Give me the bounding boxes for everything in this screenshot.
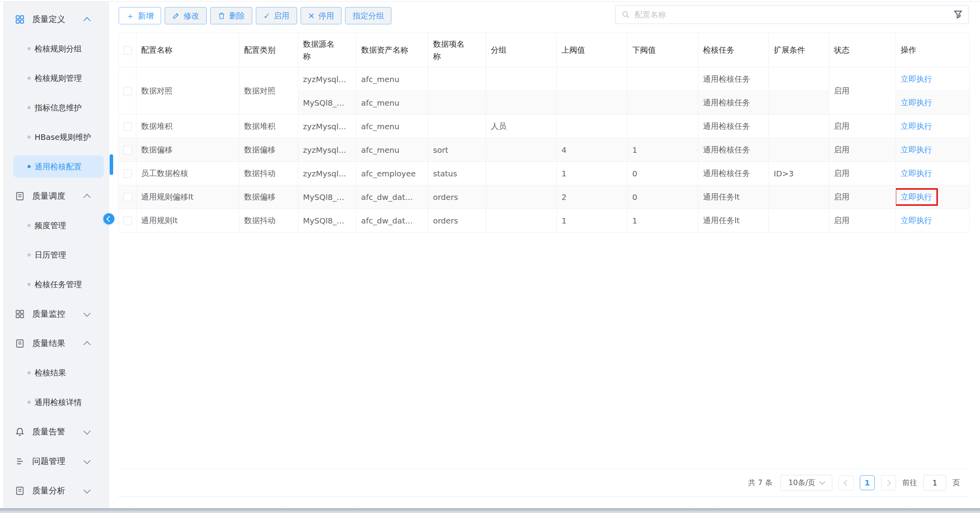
sidebar-item-indicator-maintenance[interactable]: 指标信息维护 [0,98,108,117]
sidebar: 质量定义 检核规则分组 检核规则管理 指标信息维护 HBase规则维护 通用检核… [0,2,109,508]
cell-datasource: zyzMysql... [298,162,356,185]
sidebar-item-general-check-config[interactable]: 通用检核配置 [0,157,108,176]
chevron-left-icon [106,216,113,222]
chevron-right-icon [885,480,891,486]
cell-lower [628,91,698,115]
cell-ext: ID>3 [769,162,829,185]
column-header: 数据资产名称 [356,33,428,68]
cell-config-type: 数据偏移 [239,138,298,162]
row-checkbox[interactable] [123,122,132,131]
sidebar-item-quality-scheduling[interactable]: 质量调度 [0,186,108,206]
column-header: 下阀值 [628,33,698,68]
goto-suffix-label: 页 [952,478,960,488]
cell-status: 启用 [829,162,896,185]
sidebar-item-quality-monitoring[interactable]: 质量监控 [0,304,108,324]
cell-upper [557,115,628,138]
bell-icon [15,427,25,437]
sidebar-item-rule-group[interactable]: 检核规则分组 [0,39,108,59]
pagination-bar: 共 7 条 10条/页 1 前往 页 [118,469,969,497]
chevron-up-icon [83,341,90,348]
search-input[interactable] [634,9,953,20]
close-icon: ✕ [308,12,315,20]
sidebar-item-label: 质量结果 [32,338,65,349]
cell-item: status [428,162,486,185]
sidebar-item-quality-alerts[interactable]: 质量告警 [0,422,108,442]
sidebar-item-label: 检核结果 [35,368,66,378]
column-header: 配置类别 [239,33,298,68]
cell-item: orders [428,185,486,209]
select-all-checkbox[interactable] [123,46,132,55]
column-header: 扩展条件 [769,33,829,68]
sidebar-item-calendar-management[interactable]: 日历管理 [0,245,108,265]
current-page-button[interactable]: 1 [860,475,875,490]
cell-lower: 0 [628,162,698,185]
sidebar-item-frequency-management[interactable]: 频度管理 [0,216,108,235]
disable-button[interactable]: ✕ 停用 [301,7,342,24]
sidebar-item-label: 指标信息维护 [35,103,82,113]
cell-config-name: 通用规则偏移lt [136,185,239,209]
next-page-button[interactable] [881,475,896,490]
trash-icon [218,12,226,20]
column-header: 检核任务 [698,33,769,68]
execute-now-link[interactable]: 立即执行 [901,121,932,131]
cell-task: 通用检核任务 [698,115,769,138]
edit-button[interactable]: 修改 [165,7,207,24]
bullet-dot-icon [28,224,31,227]
execute-now-link[interactable]: 立即执行 [901,192,932,202]
execute-now-link[interactable]: 立即执行 [901,145,932,154]
filter-funnel-icon[interactable] [953,9,963,20]
cell-config-name: 员工数据检核 [136,162,239,185]
execute-now-link[interactable]: 立即执行 [901,74,932,84]
delete-button[interactable]: 删除 [210,7,252,24]
column-header: 分组 [486,33,557,68]
execute-now-link[interactable]: 立即执行 [901,169,932,178]
goto-page-input[interactable] [923,475,946,491]
cell-asset: afc_dw_dat... [356,185,428,209]
row-checkbox[interactable] [123,193,132,202]
cell-upper [557,91,628,115]
chevron-down-icon [83,457,90,464]
cell-datasource: zyzMysql... [298,138,356,162]
sidebar-item-rule-management[interactable]: 检核规则管理 [0,68,108,88]
sidebar-item-hbase-rule[interactable]: HBase规则维护 [0,127,108,147]
page-size-select[interactable]: 10条/页 [780,475,832,491]
sidebar-item-quality-analysis[interactable]: 质量分析 [0,481,108,500]
execute-now-link[interactable]: 立即执行 [901,98,932,107]
cell-asset: afc_menu [356,91,428,115]
chevron-down-icon [83,310,90,317]
row-checkbox[interactable] [123,216,132,225]
sidebar-item-check-task-management[interactable]: 检核任务管理 [0,275,108,294]
bullet-dot-icon [28,136,31,139]
sidebar-item-label: HBase规则维护 [35,132,91,143]
horizontal-scrollbar[interactable] [0,508,980,513]
enable-button[interactable]: ✓ 启用 [256,7,297,24]
chevron-down-icon [83,486,90,493]
cell-datasource: MySQl8_... [298,209,356,233]
sidebar-item-check-results[interactable]: 检核结果 [0,363,108,383]
sidebar-item-issue-management[interactable]: 问题管理 [0,451,108,471]
cell-status: 启用 [829,209,896,233]
assign-group-button[interactable]: 指定分组 [345,7,391,24]
row-checkbox[interactable] [123,146,132,154]
cell-config-name: 数据对照 [136,68,239,115]
row-checkbox[interactable] [123,169,132,178]
cell-config-type: 数据堆积 [239,115,298,138]
add-button[interactable]: ＋ 新增 [119,7,161,24]
cell-asset: afc_employee [356,162,428,185]
prev-page-button[interactable] [839,475,853,490]
page-size-value: 10条/页 [788,478,815,488]
chevron-left-icon [844,480,850,486]
row-checkbox[interactable] [123,87,132,95]
search-box [615,5,969,24]
sidebar-item-quality-results[interactable]: 质量结果 [0,333,108,353]
sidebar-item-label: 质量告警 [32,426,65,437]
sidebar-collapse-button[interactable] [103,213,114,224]
cell-upper: 4 [557,138,628,162]
red-highlight-box: 立即执行 [896,188,938,206]
execute-now-link[interactable]: 立即执行 [901,216,932,225]
sidebar-item-quality-definition[interactable]: 质量定义 [0,9,108,29]
cell-config-type: 数据抖动 [239,209,298,233]
sidebar-item-general-check-details[interactable]: 通用检核详情 [0,392,108,412]
bullet-dot-icon [28,165,31,168]
cell-task: 通用检核任务 [698,91,769,115]
